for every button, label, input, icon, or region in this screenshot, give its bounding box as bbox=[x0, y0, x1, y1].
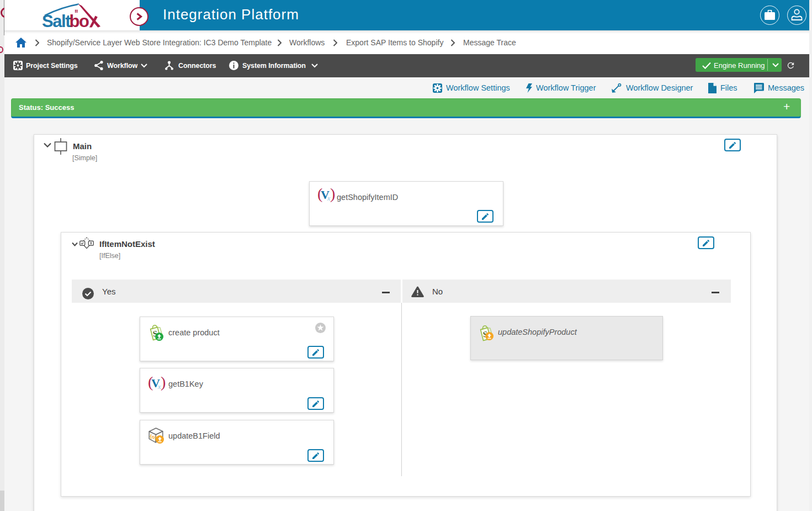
svg-text:bo: bo bbox=[70, 12, 89, 30]
svg-text:Salt: Salt bbox=[42, 12, 71, 30]
